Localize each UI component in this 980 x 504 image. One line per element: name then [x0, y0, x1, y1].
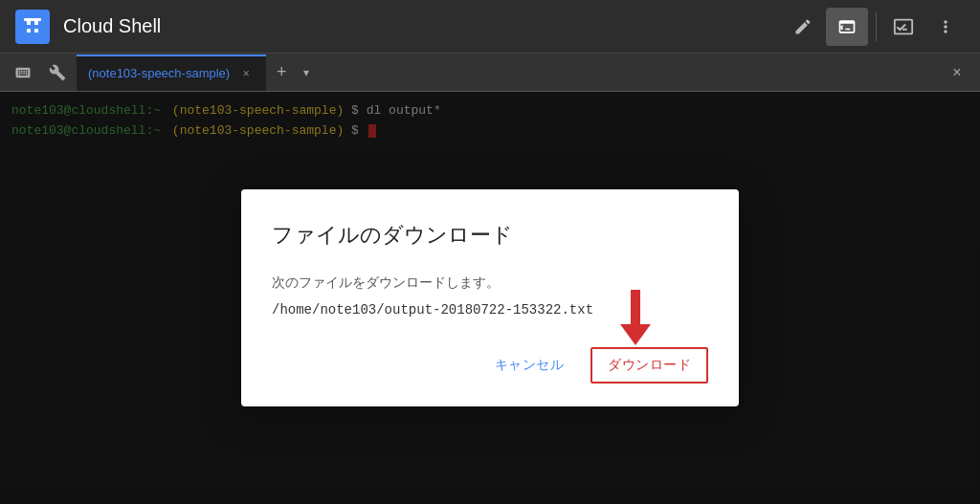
download-dialog: ファイルのダウンロード 次のファイルをダウンロードします。 /home/note… — [241, 189, 739, 407]
app-logo — [15, 10, 50, 44]
close-panel-btn[interactable]: × — [942, 57, 972, 88]
dialog-overlay: ファイルのダウンロード 次のファイルをダウンロードします。 /home/note… — [0, 92, 980, 504]
edit-icon — [793, 17, 813, 36]
download-arrow — [620, 290, 651, 345]
app-title: Cloud Shell — [63, 15, 784, 37]
title-bar: Cloud Shell — [0, 0, 980, 54]
svg-rect-0 — [24, 18, 41, 21]
arrow-head — [620, 324, 651, 345]
active-tab[interactable]: (note103-speech-sample) × — [77, 55, 266, 91]
title-bar-actions — [784, 8, 965, 46]
tab-label: (note103-speech-sample) — [88, 66, 230, 80]
edit-icon-btn[interactable] — [784, 8, 822, 46]
tab-close-btn[interactable]: × — [237, 65, 255, 82]
tab-dropdown-btn[interactable]: ▾ — [295, 59, 318, 86]
terminal-area: note103@cloudshell:~ (note103-speech-sam… — [0, 92, 980, 504]
tab-bar: (note103-speech-sample) × + ▾ × — [0, 54, 980, 92]
preview-icon-btn[interactable] — [884, 8, 923, 46]
keyboard-icon — [14, 64, 32, 81]
separator — [876, 12, 877, 41]
dialog-title: ファイルのダウンロード — [272, 220, 708, 253]
settings-icon-btn[interactable] — [42, 57, 73, 88]
settings-icon — [49, 64, 66, 81]
more-vert-icon — [936, 17, 955, 36]
cancel-button[interactable]: キャンセル — [483, 349, 576, 382]
dialog-actions: キャンセル ダウンロード — [272, 347, 708, 383]
terminal-icon — [837, 17, 857, 36]
new-tab-btn[interactable]: + — [268, 59, 295, 86]
preview-icon — [893, 16, 914, 37]
arrow-shaft — [631, 290, 640, 324]
download-button[interactable]: ダウンロード — [590, 347, 708, 383]
keyboard-icon-btn[interactable] — [8, 57, 38, 88]
more-icon-btn[interactable] — [926, 8, 965, 46]
terminal-icon-btn[interactable] — [826, 8, 868, 46]
logo-icon — [21, 15, 44, 38]
